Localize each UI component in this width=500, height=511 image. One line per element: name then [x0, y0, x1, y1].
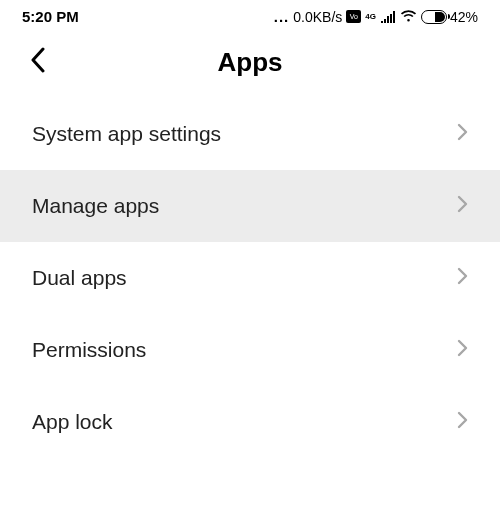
list-item-label: App lock: [32, 410, 113, 434]
chevron-left-icon: [30, 47, 46, 73]
battery-indicator: 42%: [421, 9, 478, 25]
chevron-right-icon: [457, 123, 468, 145]
list-item-label: Permissions: [32, 338, 146, 362]
page-header: Apps: [0, 29, 500, 98]
status-time: 5:20 PM: [22, 8, 79, 25]
list-item-label: Dual apps: [32, 266, 127, 290]
settings-list: System app settingsManage appsDual appsP…: [0, 98, 500, 458]
chevron-right-icon: [457, 411, 468, 433]
more-icon: ...: [274, 8, 290, 25]
wifi-icon: [400, 10, 417, 23]
back-button[interactable]: [30, 47, 46, 77]
list-item[interactable]: App lock: [0, 386, 500, 458]
network-speed: 0.0KB/s: [293, 9, 342, 25]
network-type-icon: 4G: [365, 13, 376, 21]
status-right: ... 0.0KB/s Vo 4G 42%: [274, 8, 478, 25]
chevron-right-icon: [457, 339, 468, 361]
list-item-label: System app settings: [32, 122, 221, 146]
signal-icon: [380, 11, 396, 23]
list-item-label: Manage apps: [32, 194, 159, 218]
status-bar: 5:20 PM ... 0.0KB/s Vo 4G 42%: [0, 0, 500, 29]
chevron-right-icon: [457, 195, 468, 217]
list-item[interactable]: System app settings: [0, 98, 500, 170]
volte-icon: Vo: [346, 10, 361, 23]
list-item[interactable]: Dual apps: [0, 242, 500, 314]
battery-percent: 42%: [450, 9, 478, 25]
list-item[interactable]: Manage apps: [0, 170, 500, 242]
list-item[interactable]: Permissions: [0, 314, 500, 386]
chevron-right-icon: [457, 267, 468, 289]
page-title: Apps: [22, 47, 478, 78]
battery-icon: [421, 10, 447, 24]
